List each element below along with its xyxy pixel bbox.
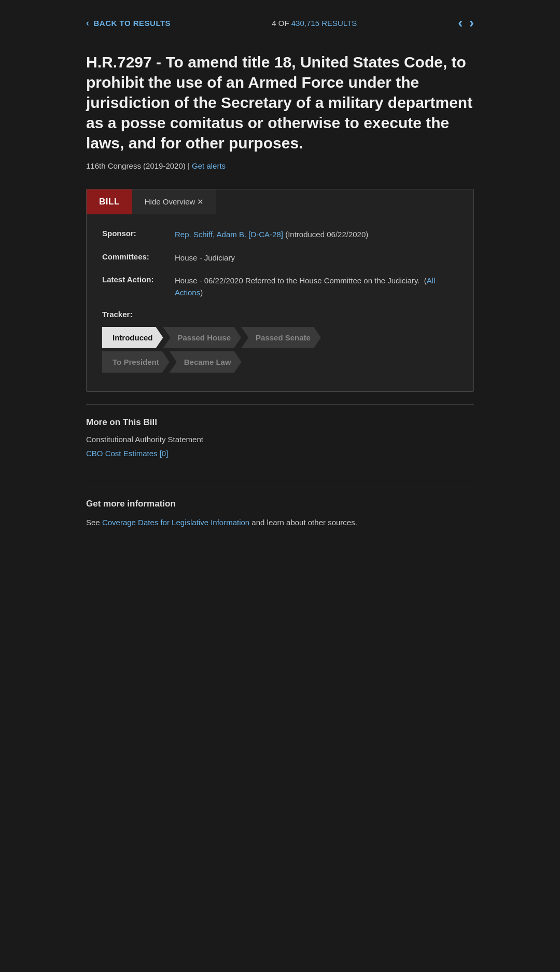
get-info-title: Get more information (86, 499, 474, 509)
tracker-row-2: To President Became Law (102, 351, 458, 373)
tracker-step-became-law: Became Law (170, 351, 242, 373)
next-result-arrow[interactable]: › (469, 15, 474, 31)
prev-result-arrow[interactable]: ‹ (458, 15, 463, 31)
sponsor-value: Rep. Schiff, Adam B. [D-CA-28] (Introduc… (175, 229, 368, 241)
tracker-section: Tracker: Introduced Passed House Passed … (102, 310, 458, 373)
sponsor-label: Sponsor: (102, 229, 175, 238)
get-alerts-link[interactable]: Get alerts (192, 161, 226, 170)
committees-label: Committees: (102, 252, 175, 261)
tracker-label: Tracker: (102, 310, 458, 319)
committees-value: House - Judiciary (175, 252, 235, 264)
result-count: 4 OF 430,715 RESULTS (272, 19, 357, 28)
more-section: More on This Bill Constitutional Authori… (67, 417, 493, 473)
tracker-step-box-passed-senate: Passed Senate (241, 327, 321, 348)
more-title: More on This Bill (86, 417, 474, 428)
tracker-step-to-president: To President (102, 351, 170, 373)
tracker-step-introduced: Introduced (102, 327, 163, 348)
result-count-link[interactable]: 430,715 RESULTS (291, 19, 357, 28)
tracker-step-box-to-president: To President (102, 351, 170, 373)
cbo-link[interactable]: CBO Cost Estimates [0] (86, 449, 168, 458)
back-to-results-button[interactable]: ‹ BACK TO RESULTS (86, 18, 171, 29)
tab-bill[interactable]: BILL (87, 189, 132, 214)
divider-2 (86, 486, 474, 486)
divider-1 (86, 404, 474, 405)
back-chevron-icon: ‹ (86, 18, 90, 29)
tab-hide-overview[interactable]: Hide Overview ✕ (132, 189, 217, 214)
nav-arrows: ‹ › (458, 15, 474, 31)
pipe-separator: | (188, 161, 192, 170)
tracker-step-box-became-law: Became Law (170, 351, 242, 373)
congress-text: 116th Congress (2019-2020) (86, 161, 186, 170)
coverage-dates-link[interactable]: Coverage Dates for Legislative Informati… (102, 518, 249, 527)
result-position: 4 OF (272, 19, 289, 28)
get-info-section: Get more information See Coverage Dates … (67, 499, 493, 544)
tracker-step-box-passed-house: Passed House (163, 327, 242, 348)
tracker-step-passed-house: Passed House (163, 327, 242, 348)
get-info-text: See Coverage Dates for Legislative Infor… (86, 516, 474, 529)
constitutional-authority-label: Constitutional Authority Statement (86, 435, 203, 444)
constitutional-authority-item: Constitutional Authority Statement (86, 435, 474, 444)
tracker-step-box-introduced: Introduced (102, 327, 163, 348)
latest-action-label: Latest Action: (102, 275, 175, 284)
title-section: H.R.7297 - To amend title 18, United Sta… (67, 42, 493, 179)
tracker-row-1: Introduced Passed House Passed Senate (102, 327, 458, 348)
back-label: BACK TO RESULTS (94, 19, 171, 28)
sponsor-link[interactable]: Rep. Schiff, Adam B. [D-CA-28] (175, 230, 283, 239)
get-info-text-after: and learn about other sources. (251, 518, 357, 527)
sponsor-row: Sponsor: Rep. Schiff, Adam B. [D-CA-28] … (102, 229, 458, 241)
bill-title: H.R.7297 - To amend title 18, United Sta… (86, 52, 474, 153)
bill-card-body: Sponsor: Rep. Schiff, Adam B. [D-CA-28] … (87, 214, 473, 391)
get-info-text-before: See (86, 518, 100, 527)
committees-row: Committees: House - Judiciary (102, 252, 458, 264)
top-nav: ‹ BACK TO RESULTS 4 OF 430,715 RESULTS ‹… (67, 0, 493, 42)
bill-card-tabs: BILL Hide Overview ✕ (87, 189, 473, 214)
latest-action-row: Latest Action: House - 06/22/2020 Referr… (102, 275, 458, 298)
bill-overview-card: BILL Hide Overview ✕ Sponsor: Rep. Schif… (86, 189, 474, 392)
tracker-step-passed-senate: Passed Senate (241, 327, 321, 348)
cbo-item: CBO Cost Estimates [0] (86, 449, 474, 458)
latest-action-value: House - 06/22/2020 Referred to the House… (175, 275, 458, 298)
sponsor-detail: (Introduced 06/22/2020) (285, 230, 368, 239)
congress-info: 116th Congress (2019-2020) | Get alerts (86, 161, 474, 170)
